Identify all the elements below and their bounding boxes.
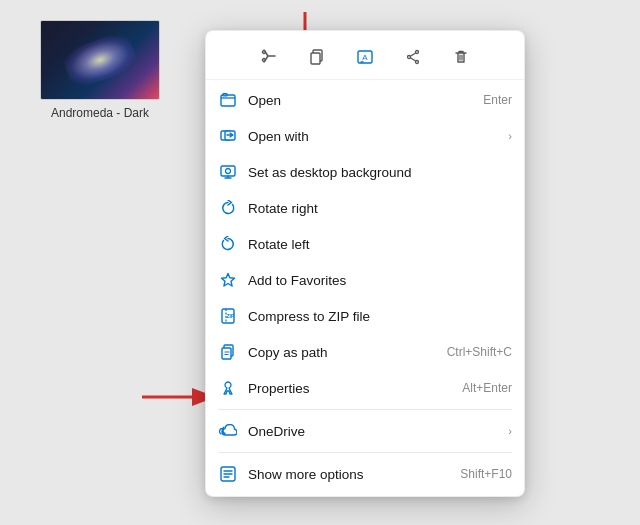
onedrive-arrow: ›	[508, 425, 512, 437]
open-with-label: Open with	[248, 129, 500, 144]
svg-point-8	[416, 51, 419, 54]
show-more-label: Show more options	[248, 467, 448, 482]
svg-line-11	[410, 53, 415, 56]
toolbar-rename-icon[interactable]: A	[351, 43, 379, 71]
menu-item-onedrive[interactable]: OneDrive ›	[206, 413, 524, 449]
open-label: Open	[248, 93, 471, 108]
compress-zip-label: Compress to ZIP file	[248, 309, 512, 324]
zip-icon: ZIP	[218, 306, 238, 326]
menu-item-add-favorites[interactable]: Add to Favorites	[206, 262, 524, 298]
favorites-icon	[218, 270, 238, 290]
menu-toolbar: A	[206, 35, 524, 80]
open-icon	[218, 90, 238, 110]
toolbar-copy-icon[interactable]	[303, 43, 331, 71]
menu-item-copy-path[interactable]: Copy as path Ctrl+Shift+C	[206, 334, 524, 370]
toolbar-cut-icon[interactable]	[255, 43, 283, 71]
menu-item-show-more[interactable]: Show more options Shift+F10	[206, 456, 524, 492]
copy-path-shortcut: Ctrl+Shift+C	[447, 345, 512, 359]
set-desktop-icon	[218, 162, 238, 182]
toolbar-delete-icon[interactable]	[447, 43, 475, 71]
arrow-left-indicator	[142, 385, 212, 409]
open-with-arrow: ›	[508, 130, 512, 142]
thumbnail-image	[40, 20, 160, 100]
copy-path-icon	[218, 342, 238, 362]
onedrive-label: OneDrive	[248, 424, 500, 439]
add-favorites-label: Add to Favorites	[248, 273, 512, 288]
rotate-left-icon	[218, 234, 238, 254]
menu-item-rotate-left[interactable]: Rotate left	[206, 226, 524, 262]
open-with-icon	[218, 126, 238, 146]
menu-item-open[interactable]: Open Enter	[206, 82, 524, 118]
svg-line-12	[410, 58, 415, 61]
svg-rect-15	[221, 95, 235, 106]
rotate-left-label: Rotate left	[248, 237, 512, 252]
thumbnail-label: Andromeda - Dark	[51, 106, 149, 120]
open-shortcut: Enter	[483, 93, 512, 107]
svg-text:A: A	[362, 53, 368, 62]
onedrive-icon	[218, 421, 238, 441]
svg-rect-24	[222, 348, 231, 359]
svg-rect-19	[221, 166, 235, 176]
context-menu: A	[205, 30, 525, 497]
set-desktop-label: Set as desktop background	[248, 165, 512, 180]
menu-separator	[218, 409, 512, 410]
svg-point-10	[408, 56, 411, 59]
menu-item-set-desktop[interactable]: Set as desktop background	[206, 154, 524, 190]
galaxy-graphic	[60, 29, 139, 91]
rotate-right-label: Rotate right	[248, 201, 512, 216]
svg-point-20	[226, 169, 231, 174]
rotate-right-icon	[218, 198, 238, 218]
properties-label: Properties	[248, 381, 450, 396]
show-more-shortcut: Shift+F10	[460, 467, 512, 481]
properties-icon	[218, 378, 238, 398]
menu-item-open-with[interactable]: Open with ›	[206, 118, 524, 154]
menu-item-rotate-right[interactable]: Rotate right	[206, 190, 524, 226]
menu-separator-2	[218, 452, 512, 453]
toolbar-share-icon[interactable]	[399, 43, 427, 71]
svg-rect-5	[311, 53, 320, 64]
show-more-icon	[218, 464, 238, 484]
file-thumbnail: Andromeda - Dark	[40, 20, 160, 120]
copy-path-label: Copy as path	[248, 345, 435, 360]
menu-item-compress-zip[interactable]: ZIP Compress to ZIP file	[206, 298, 524, 334]
properties-shortcut: Alt+Enter	[462, 381, 512, 395]
menu-item-properties[interactable]: Properties Alt+Enter	[206, 370, 524, 406]
svg-text:ZIP: ZIP	[227, 313, 235, 319]
svg-point-9	[416, 61, 419, 64]
